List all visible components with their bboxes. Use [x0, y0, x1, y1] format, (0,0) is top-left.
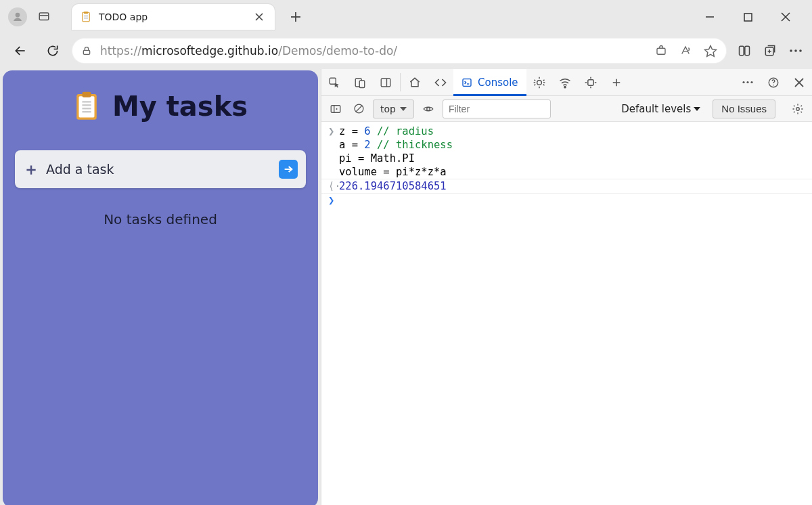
svg-rect-40 [359, 81, 365, 88]
svg-rect-17 [83, 50, 89, 54]
output-chevron-icon: ⟨· [328, 180, 339, 192]
live-expression-icon[interactable] [420, 100, 437, 118]
dock-side-icon[interactable] [373, 69, 399, 95]
url-text: https://microsoftedge.github.io/Demos/de… [100, 44, 397, 58]
svg-marker-20 [705, 46, 717, 57]
input-chevron-icon: ❯ [328, 125, 339, 137]
close-tab-icon[interactable] [250, 8, 268, 26]
page-title: My tasks [112, 91, 248, 122]
clipboard-icon [73, 91, 100, 122]
tab-title: TODO app [99, 12, 250, 22]
collections-icon[interactable] [763, 44, 777, 58]
profile-avatar[interactable] [8, 7, 27, 26]
window-controls [698, 5, 808, 28]
svg-point-58 [773, 85, 774, 86]
empty-state-text: No tasks defined [104, 211, 217, 227]
elements-tab-icon[interactable] [428, 69, 453, 95]
svg-rect-31 [78, 96, 94, 117]
add-task-card[interactable]: ＋ Add a task [15, 150, 306, 188]
issues-button[interactable]: No Issues [713, 100, 775, 118]
svg-rect-41 [381, 79, 390, 87]
performance-tab-icon[interactable] [578, 69, 604, 95]
console-output-line: ⟨· 226.1946710584651 [321, 179, 812, 194]
svg-rect-43 [463, 79, 471, 86]
favorite-icon[interactable] [704, 44, 717, 58]
maximize-button[interactable] [736, 5, 759, 28]
svg-point-55 [746, 81, 748, 83]
browser-tab[interactable]: TODO app [72, 4, 275, 30]
console-input-line: a = 2 // thickness [321, 138, 812, 152]
svg-rect-13 [744, 14, 752, 21]
workspaces-icon[interactable] [32, 5, 55, 28]
toggle-sidebar-icon[interactable] [327, 100, 344, 118]
sources-tab-icon[interactable] [526, 69, 552, 95]
svg-rect-32 [82, 92, 91, 97]
console-input-line: ❯ z = 6 // radius [321, 125, 812, 138]
network-tab-icon[interactable] [552, 69, 578, 95]
svg-point-27 [790, 49, 792, 52]
console-input-line: volume = pi*z*z*a [321, 165, 812, 179]
clear-console-icon[interactable] [350, 100, 367, 118]
svg-rect-21 [740, 46, 744, 55]
close-window-button[interactable] [774, 5, 797, 28]
console-output[interactable]: ❯ z = 6 // radius a = 2 // thickness pi … [321, 122, 812, 505]
lock-icon[interactable] [81, 45, 92, 56]
log-levels-selector[interactable]: Default levels [621, 103, 700, 115]
context-selector[interactable]: top [373, 100, 414, 118]
add-task-placeholder: Add a task [46, 162, 279, 177]
welcome-tab-icon[interactable] [402, 69, 428, 95]
console-settings-icon[interactable] [789, 100, 807, 118]
svg-point-54 [742, 81, 744, 83]
devtools-panel: Console top Default levels No [321, 69, 812, 505]
refresh-button[interactable] [39, 37, 66, 64]
split-screen-icon[interactable] [738, 44, 751, 58]
titlebar: TODO app [0, 0, 812, 34]
svg-rect-61 [331, 105, 340, 112]
svg-point-46 [564, 86, 565, 87]
filter-input[interactable] [443, 100, 551, 118]
minimize-button[interactable] [698, 5, 721, 28]
clipboard-icon [80, 11, 92, 23]
read-aloud-icon[interactable] [679, 45, 692, 57]
todo-app-page: My tasks ＋ Add a task No tasks defined [3, 70, 318, 505]
svg-point-28 [794, 49, 797, 52]
nav-toolbar: https://microsoftedge.github.io/Demos/de… [0, 34, 812, 68]
prompt-chevron-icon: ❯ [328, 194, 339, 206]
back-button[interactable] [7, 37, 34, 64]
console-input-line: pi = Math.PI [321, 152, 812, 165]
more-icon[interactable] [789, 49, 803, 53]
console-tab[interactable]: Console [453, 69, 526, 95]
devtools-close-icon[interactable] [786, 69, 812, 95]
svg-point-56 [750, 81, 752, 83]
more-tabs-icon[interactable] [604, 69, 629, 95]
address-bar[interactable]: https://microsoftedge.github.io/Demos/de… [72, 38, 727, 64]
svg-rect-22 [745, 46, 750, 55]
svg-rect-4 [84, 12, 88, 14]
devtools-help-icon[interactable] [761, 69, 786, 95]
svg-point-45 [537, 80, 541, 85]
submit-task-button[interactable] [279, 160, 298, 179]
svg-rect-18 [657, 48, 665, 54]
plus-icon: ＋ [23, 158, 39, 180]
console-prompt-line[interactable]: ❯ [321, 194, 812, 207]
console-toolbar: top Default levels No Issues [321, 96, 812, 122]
svg-point-66 [427, 107, 430, 110]
devtools-tabstrip: Console [321, 69, 812, 96]
shopping-icon[interactable] [655, 45, 667, 57]
svg-point-29 [799, 49, 802, 52]
svg-rect-47 [587, 79, 593, 85]
new-tab-button[interactable] [284, 5, 307, 28]
device-emulation-icon[interactable] [347, 69, 373, 95]
svg-marker-65 [400, 107, 407, 111]
svg-rect-1 [39, 13, 49, 20]
svg-point-0 [16, 13, 20, 18]
svg-marker-67 [694, 107, 700, 111]
svg-line-64 [356, 106, 362, 112]
inspect-element-icon[interactable] [321, 69, 347, 95]
devtools-more-icon[interactable] [735, 69, 761, 95]
console-tab-label: Console [478, 76, 518, 89]
svg-point-68 [796, 107, 800, 110]
